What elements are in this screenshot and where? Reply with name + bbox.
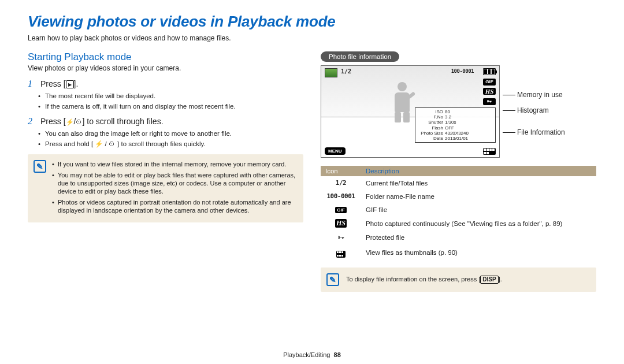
- step1-bullets: The most recent file will be displayed. …: [28, 92, 303, 111]
- callout-fileinfo: File Information: [517, 128, 565, 136]
- menu-button[interactable]: MENU: [325, 147, 346, 155]
- battery-icon: [483, 68, 496, 75]
- page-title: Viewing photos or videos in Playback mod…: [28, 13, 596, 31]
- table-row: View files as thumbnails (p. 90): [321, 244, 596, 261]
- note-icon: ✎: [34, 160, 46, 173]
- thumbnails-icon: [336, 251, 346, 258]
- list-item: Press and hold [ ⚡ / ⏲ ] to scroll throu…: [45, 140, 303, 149]
- step2-text-suffix: ] to scroll through files.: [82, 117, 163, 126]
- col-description: Description: [361, 166, 596, 176]
- list-item: Photos or videos captured in portrait or…: [52, 198, 296, 215]
- gif-chip-icon: GIF: [335, 207, 346, 213]
- callout-memory: Memory in use: [517, 91, 563, 99]
- table-row: 100-0001Folder name-File name: [321, 190, 596, 203]
- protected-badge-icon: 🗝: [483, 98, 496, 105]
- list-item: You can also drag the image left or righ…: [45, 129, 303, 139]
- col-icon: Icon: [321, 166, 361, 176]
- table-row: 🗝Protected file: [321, 231, 596, 244]
- section-heading: Starting Playback mode: [28, 51, 303, 63]
- step-number: 1: [28, 79, 36, 88]
- counter-icon: 1/2: [336, 179, 346, 187]
- folder-label: 100-0001: [451, 68, 474, 74]
- icon-description-table: Icon Description 1/2Current file/Total f…: [321, 166, 596, 261]
- page-number: 88: [334, 351, 341, 358]
- hs-chip-icon: HS: [335, 219, 347, 228]
- memory-thumb-icon: [325, 68, 337, 77]
- key-icon: 🗝: [337, 233, 344, 242]
- section-desc: View photos or play videos stored in you…: [28, 64, 303, 72]
- thumbnails-button[interactable]: [483, 148, 496, 155]
- disp-button-icon: DISP: [480, 276, 498, 284]
- playback-icon: [66, 80, 74, 88]
- file-counter: 1/2: [341, 68, 351, 75]
- step-1: 1 Press [].: [28, 79, 303, 88]
- callout-histogram: Histogram: [517, 106, 549, 114]
- hs-badge-icon: HS: [483, 88, 496, 95]
- table-row: 1/2Current file/Total files: [321, 176, 596, 190]
- page-footer: Playback/Editing 88: [0, 351, 624, 358]
- list-item: The most recent file will be displayed.: [45, 92, 303, 101]
- info-box: ISO80 F.No3.2 Shutter1/30s FlashOFF Phot…: [415, 107, 496, 143]
- flash-icon: [66, 117, 74, 126]
- table-row: GIFGIF file: [321, 203, 596, 216]
- list-item: If you want to view files stored in the …: [52, 160, 296, 168]
- screen-figure: 1/2 100-0001 GIF HS 🗝 ISO80 F.No3.2 Shut…: [321, 65, 500, 158]
- note-icon: ✎: [326, 273, 339, 286]
- note-box: ✎ If you want to view files stored in th…: [28, 154, 303, 222]
- tip-box: ✎ To display file information on the scr…: [321, 268, 596, 292]
- page-lead: Learn how to play back photos or videos …: [28, 34, 596, 42]
- gif-badge-icon: GIF: [483, 79, 496, 86]
- timer-icon: [76, 117, 82, 126]
- silhouette-icon: [391, 82, 414, 122]
- info-pill: Photo file information: [321, 51, 399, 62]
- tip-text: To display file information on the scree…: [346, 276, 480, 283]
- right-column: Photo file information 1/2 100-0001 GIF …: [321, 51, 596, 292]
- step1-text-suffix: ].: [74, 79, 79, 88]
- folder-label-icon: 100-0001: [327, 192, 355, 200]
- step-number: 2: [28, 117, 36, 126]
- table-row: HSPhoto captured continuously (See "View…: [321, 216, 596, 231]
- list-item: You may not be able to edit or play back…: [52, 171, 296, 196]
- footer-section: Playback/Editing: [283, 351, 330, 358]
- step1-text-prefix: Press [: [40, 79, 66, 88]
- step2-text-prefix: Press [: [40, 117, 66, 126]
- list-item: If the camera is off, it will turn on an…: [45, 102, 303, 112]
- step2-bullets: You can also drag the image left or righ…: [28, 129, 303, 148]
- step-2: 2 Press [/] to scroll through files.: [28, 117, 303, 126]
- left-column: Starting Playback mode View photos or pl…: [28, 51, 303, 292]
